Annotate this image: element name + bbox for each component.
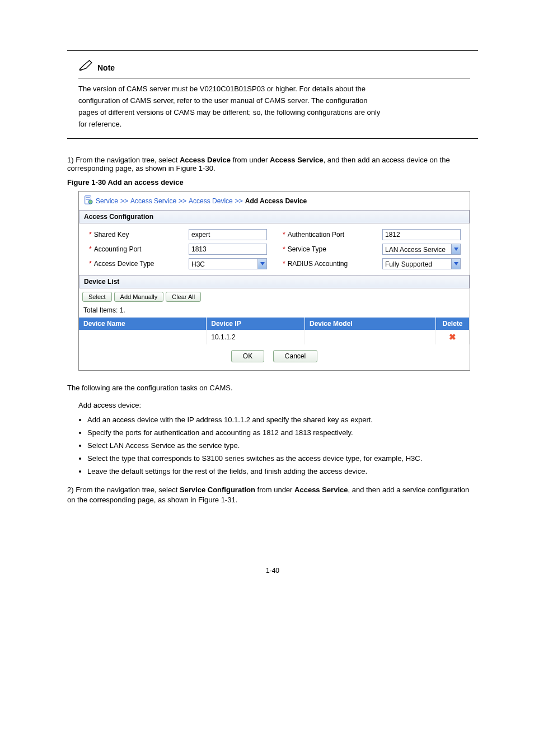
access-config-form: *Shared Key *Authentication Port *Accoun…: [79, 223, 470, 275]
document-icon: [83, 195, 93, 207]
chevron-down-icon: [451, 244, 460, 254]
add-manually-button[interactable]: Add Manually: [114, 292, 164, 302]
note-label: Note: [97, 63, 115, 73]
acct-port-input[interactable]: [189, 244, 267, 255]
label-auth-port: Authentication Port: [288, 231, 344, 239]
access-config-header: Access Configuration: [79, 210, 470, 223]
crumb-access-device[interactable]: Access Device: [189, 197, 233, 205]
label-acct-port: Accounting Port: [94, 245, 142, 253]
horizontal-rule-mid: [67, 138, 478, 139]
crumb-sep: >>: [179, 197, 186, 205]
crumb-sep: >>: [120, 197, 128, 205]
page-number: 1-40: [67, 567, 478, 575]
intro-text: The following are the configuration task…: [67, 383, 478, 393]
label-service-type: Service Type: [288, 245, 326, 253]
radius-acct-select[interactable]: Fully Supported: [382, 258, 461, 269]
svg-point-3: [88, 200, 92, 204]
auth-port-input[interactable]: [382, 229, 461, 240]
col-device-ip: Device IP: [207, 318, 305, 330]
col-device-name: Device Name: [79, 318, 207, 330]
clear-all-button[interactable]: Clear All: [166, 292, 201, 302]
note-block: Note: [78, 59, 478, 73]
crumb-sep: >>: [235, 197, 243, 205]
table-row: 10.1.1.2 ✖: [79, 330, 470, 344]
bullet-list: Add an access device with the IP address…: [87, 415, 478, 477]
list-item: Select LAN Access Service as the service…: [87, 441, 478, 451]
horizontal-rule-top: [67, 50, 478, 51]
crumb-service[interactable]: Service: [96, 197, 118, 205]
delete-icon[interactable]: ✖: [449, 332, 456, 342]
label-shared-key: Shared Key: [94, 231, 129, 239]
chevron-down-icon: [257, 259, 266, 269]
select-button[interactable]: Select: [82, 292, 112, 302]
col-device-model: Device Model: [305, 318, 436, 330]
label-device-type: Access Device Type: [94, 260, 154, 268]
note-divider: [78, 78, 470, 78]
col-delete: Delete: [436, 318, 470, 330]
list-item: Leave the default settings for the rest …: [87, 466, 478, 477]
svg-rect-2: [86, 199, 90, 200]
shared-key-input[interactable]: [189, 229, 267, 240]
device-type-select[interactable]: H3C: [189, 258, 267, 269]
body-add-access-device: 1) From the navigation tree, select Add …: [78, 400, 478, 411]
note-text: The version of CAMS server must be V0210…: [78, 84, 470, 129]
ok-button[interactable]: OK: [231, 350, 264, 362]
list-item: Select the type that corresponds to S310…: [87, 454, 478, 464]
body-step-2: 2) From the navigation tree, select Serv…: [67, 485, 478, 505]
figure-caption: Figure 1-30 Add an access device: [67, 178, 478, 186]
breadcrumb: Service >> Access Service >> Access Devi…: [79, 192, 470, 210]
figure-add-access-device: Service >> Access Service >> Access Devi…: [78, 191, 470, 371]
body-step-1: 1) From the navigation tree, select Acce…: [67, 156, 478, 172]
service-type-select[interactable]: LAN Access Service: [382, 244, 461, 255]
device-list-header: Device List: [79, 275, 470, 288]
cell-device-ip: 10.1.1.2: [207, 330, 305, 344]
chevron-down-icon: [451, 259, 460, 269]
cancel-button[interactable]: Cancel: [273, 350, 317, 362]
list-item: Add an access device with the IP address…: [87, 415, 478, 426]
device-table: Device Name Device IP Device Model Delet…: [79, 318, 470, 344]
list-item: Specify the ports for authentication and…: [87, 428, 478, 438]
note-hand-pencil-icon: [78, 59, 94, 73]
crumb-current: Add Access Device: [245, 197, 307, 205]
label-radius-acct: RADIUS Accounting: [288, 260, 348, 268]
svg-rect-1: [86, 198, 90, 198]
crumb-access-service[interactable]: Access Service: [130, 197, 176, 205]
total-items: Total Items: 1.: [79, 305, 470, 318]
